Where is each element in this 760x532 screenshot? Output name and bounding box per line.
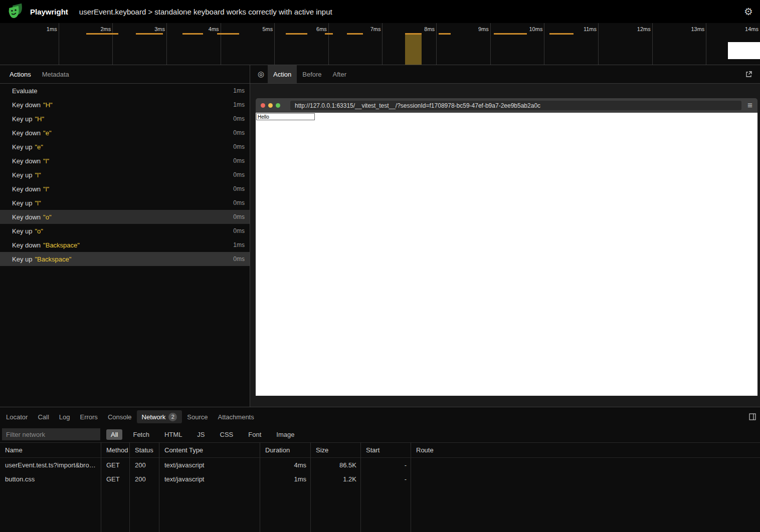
network-cell-content-type[interactable]: text/javascript [159,458,260,472]
tab-attachments[interactable]: Attachments [213,410,259,423]
filter-font[interactable]: Font [244,429,266,440]
network-cell-route[interactable] [411,472,760,486]
tab-console[interactable]: Console [103,410,137,423]
tab-network[interactable]: Network2 [137,410,182,423]
pick-locator-icon[interactable]: ◎ [254,70,268,79]
network-cell-status[interactable]: 200 [130,472,159,486]
action-key: "l" [43,185,49,193]
filter-css[interactable]: CSS [216,429,238,440]
column-header-content-type: Content Type [159,443,260,458]
action-duration: 0ms [233,199,245,206]
tab-label: Log [59,413,70,421]
action-duration: 1ms [233,241,245,248]
tab-actions[interactable]: Actions [4,65,37,83]
tab-action[interactable]: Action [268,65,297,83]
action-row-highlighted[interactable]: Key down"o"0ms [0,210,250,224]
network-cell-start[interactable]: - [361,458,411,472]
action-duration: 0ms [233,227,245,234]
window-minimize-dot-icon [268,103,273,108]
network-cell-duration[interactable]: 4ms [260,458,311,472]
action-row[interactable]: Evaluate1ms [0,84,250,98]
filter-all[interactable]: All [106,429,122,440]
snapshot-viewport: http://127.0.0.1:63315/__vitest_test__/?… [250,84,760,407]
timeline-film-preview [728,42,760,59]
timeline-tick: 10ms [491,23,545,65]
action-row[interactable]: Key down"H"1ms [0,98,250,112]
action-label: Key down [12,157,41,165]
action-duration: 0ms [233,255,245,262]
actions-panel: Actions Metadata Evaluate1ms Key down"H"… [0,65,250,407]
open-external-icon[interactable] [742,71,756,78]
tab-locator[interactable]: Locator [1,410,33,423]
page-text-input[interactable] [256,113,315,120]
filter-fetch[interactable]: Fetch [128,429,154,440]
tab-errors[interactable]: Errors [75,410,102,423]
network-cell-method[interactable]: GET [101,458,130,472]
action-list: Evaluate1ms Key down"H"1ms Key up"H"0ms … [0,84,250,407]
tab-after[interactable]: After [327,65,352,83]
column-header-name: Name [0,443,101,458]
timeline[interactable]: 1ms 2ms 3ms 4ms 5ms 6ms 7ms 8ms 9ms 10ms… [0,23,760,65]
action-key: "o" [35,227,43,235]
network-cell-name[interactable]: userEvent.test.ts?import&bro… [0,458,101,472]
action-row[interactable]: Key up"l"0ms [0,168,250,182]
filter-js[interactable]: JS [193,429,209,440]
tab-label: Call [38,413,49,421]
action-row[interactable]: Key up"H"0ms [0,112,250,126]
tab-source[interactable]: Source [182,410,213,423]
table-filler [0,486,101,532]
network-cell-name[interactable]: button.css [0,472,101,486]
action-row[interactable]: Key down"l"0ms [0,182,250,196]
action-key: "e" [35,143,43,151]
tab-before[interactable]: Before [297,65,327,83]
action-key: "l" [43,157,49,165]
playwright-trace-viewer: Playwright userEvent.keyboard > standalo… [0,0,760,532]
column-header-status: Status [130,443,159,458]
network-filterbar: All Fetch HTML JS CSS Font Image [0,426,760,442]
app-title: Playwright [30,8,68,16]
timeline-tick: 5ms [221,23,275,65]
action-row[interactable]: Key up"o"0ms [0,224,250,238]
settings-gear-icon[interactable]: ⚙ [744,7,753,17]
table-filler [361,486,411,532]
action-duration: 0ms [233,157,245,164]
network-cell-method[interactable]: GET [101,472,130,486]
column-header-start: Start [361,443,411,458]
network-cell-status[interactable]: 200 [130,458,159,472]
timeline-action-bar [182,33,203,35]
column-header-method: Method [101,443,130,458]
action-label: Evaluate [12,87,38,95]
action-row[interactable]: Key up"l"0ms [0,196,250,210]
timeline-tick: 13ms [653,23,707,65]
tab-call[interactable]: Call [33,410,54,423]
network-cell-content-type[interactable]: text/javascript [159,472,260,486]
action-row[interactable]: Key down"Backspace"1ms [0,238,250,252]
timeline-action-bar [494,33,527,35]
network-cell-start[interactable]: - [361,472,411,486]
action-duration: 0ms [233,129,245,136]
network-cell-size[interactable]: 86.5K [311,458,361,472]
topbar: Playwright userEvent.keyboard > standalo… [0,0,760,23]
tab-log[interactable]: Log [54,410,75,423]
action-row[interactable]: Key up"e"0ms [0,140,250,154]
action-duration: 0ms [233,115,245,122]
action-row[interactable]: Key down"l"0ms [0,154,250,168]
network-cell-size[interactable]: 1.2K [311,472,361,486]
network-cell-duration[interactable]: 1ms [260,472,311,486]
timeline-action-bar [347,33,363,35]
panel-layout-toggle-icon[interactable] [749,413,756,420]
filter-html[interactable]: HTML [160,429,186,440]
network-filter-input[interactable] [2,428,100,440]
filter-image[interactable]: Image [272,429,299,440]
playwright-logo-icon [7,3,24,20]
action-duration: 0ms [233,185,245,192]
tab-metadata[interactable]: Metadata [37,65,75,83]
action-label: Key up [12,255,32,263]
action-duration: 1ms [233,87,245,94]
action-label: Key down [12,129,41,137]
network-cell-route[interactable] [411,458,760,472]
action-row[interactable]: Key down"e"0ms [0,126,250,140]
hamburger-menu-icon: ≡ [747,101,752,110]
table-filler [159,486,260,532]
action-row-selected[interactable]: Key up"Backspace"0ms [0,252,250,266]
